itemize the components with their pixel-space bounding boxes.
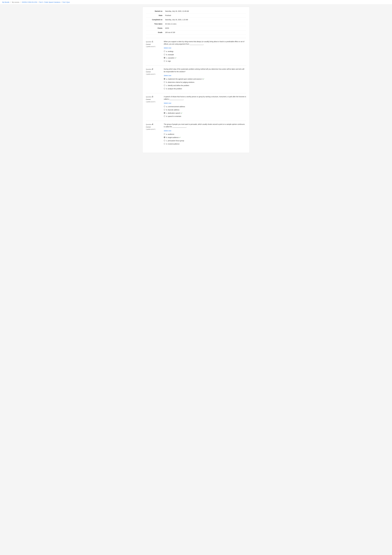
grade-label: Grade [146,30,164,35]
answer-option-3-d: d. speech to entertain [164,115,246,117]
breadcrumb: My Moodle / My courses / 2020SU COM-231-… [0,0,392,5]
question-sidebar-1: Question 1Correct1 points out of 1 [146,40,164,63]
question-block-1: Question 1Correct1 points out of 1When y… [146,38,246,66]
points-value: 20/20 [164,26,246,30]
question-number-2: Question 2 [146,68,162,71]
answer-option-2-c: c. identify and define the problem [164,84,246,87]
question-text-4: The group of people you most want to per… [164,123,246,128]
summary-table: Started on Saturday, July 18, 2020, 12:4… [146,9,246,35]
select-one-label-3: Select one: [164,102,246,104]
check-icon-4-b: ✔ [179,136,181,139]
question-points-1: 1 points out of 1 [146,46,162,48]
question-number-3: Question 3 [146,95,162,98]
radio-2-d [164,88,165,89]
completed-on-value: Saturday, July 18, 2020, 1:23 AM [164,18,246,22]
radio-1-a [164,51,165,52]
radio-4-d [164,143,165,145]
question-block-3: Question 3Correct1 points out of 1A spee… [146,93,246,121]
answer-option-3-a: a. commencement address [164,105,246,108]
breadcrumb-quiz[interactable]: Part 3 Quiz [63,1,70,3]
question-status-2: Correct [146,71,162,73]
radio-1-d [164,60,165,62]
select-one-label-1: Select one: [164,47,246,49]
answer-label-3-c: c. dedication speech [166,112,180,114]
answer-option-4-d: d. neutral audience [164,143,246,145]
select-one-label-2: Select one: [164,74,246,77]
radio-1-c [164,57,165,58]
question-status-1: Correct [146,43,162,45]
radio-3-b [164,109,165,110]
question-text-3: A speech of tribute that honors a worthy… [164,95,246,101]
question-points-3: 1 points out of 1 [146,101,162,103]
answer-label-2-b: b. determine criteria for judging soluti… [166,81,194,83]
question-number-1: Question 1 [146,40,162,43]
summary-row-time: Time taken 34 mins 11 secs [146,22,246,26]
check-icon-1-c: ✔ [175,57,177,59]
question-sidebar-2: Question 2Correct1 points out of 1 [146,68,164,91]
answer-label-1-a: a. analogy [166,50,173,53]
question-block-4: Question 4Correct1 points out of 1The gr… [146,121,246,148]
question-text-1: When you support a claim by citing event… [164,40,246,45]
answer-option-1-b: b. example [164,53,246,56]
answer-option-1-c: c. causation ✔ [164,57,246,59]
radio-4-a [164,133,165,135]
answer-option-3-c: c. dedication speech ✔ [164,112,246,114]
answer-option-4-a: a. audience [164,133,246,135]
time-taken-value: 34 mins 11 secs [164,22,246,26]
breadcrumb-course[interactable]: 2020SU COM-231-ZO4 [22,1,37,3]
radio-4-c [164,140,165,141]
time-taken-label: Time taken [146,22,164,26]
question-sidebar-4: Question 4Correct1 points out of 1 [146,123,164,146]
answer-option-2-d: d. analyze the problem [164,88,246,90]
radio-3-a [164,106,165,107]
question-content-4: The group of people you most want to per… [164,123,246,146]
started-on-value: Saturday, July 18, 2020, 12:49 AM [164,9,246,13]
answer-label-3-b: b. keynote address [166,109,179,111]
radio-1-b [164,54,165,55]
answer-label-3-a: a. commencement address [166,105,185,108]
summary-row-grade: Grade 100 out of 100 [146,30,246,35]
summary-row-completed: Completed on Saturday, July 18, 2020, 1:… [146,18,246,22]
answer-option-2-b: b. determine criteria for judging soluti… [164,81,246,83]
answer-label-4-c: c. persuasion focus group [166,139,184,142]
completed-on-label: Completed on [146,18,164,22]
question-content-1: When you support a claim by citing event… [164,40,246,63]
question-number-4: Question 4 [146,123,162,126]
answer-label-2-a: a. implement the agreed-upon solution an… [166,78,202,80]
select-one-label-4: Select one: [164,130,246,132]
answer-option-4-c: c. persuasion focus group [164,139,246,142]
answer-label-1-c: c. causation [166,57,175,59]
breadcrumb-part[interactable]: Part 3 - Public Speech Variations [39,1,60,3]
answer-option-2-a: a. implement the agreed-upon solution an… [164,78,246,80]
answer-label-4-b: b. target audience [166,136,179,139]
check-icon-2-a: ✔ [203,78,204,80]
question-points-4: 1 points out of 1 [146,128,162,130]
radio-2-b [164,81,165,83]
answer-label-1-d: d. sign [166,60,171,62]
radio-2-a [164,78,165,80]
state-label: State [146,13,164,18]
grade-value: 100 out of 100 [164,30,246,35]
answer-label-3-d: d. speech to entertain [166,115,181,117]
answer-label-2-c: c. identify and define the problem [166,84,189,87]
question-points-2: 1 points out of 1 [146,73,162,75]
answer-label-2-d: d. analyze the problem [166,88,182,90]
summary-row-started: Started on Saturday, July 18, 2020, 12:4… [146,9,246,13]
check-icon-3-c: ✔ [181,112,182,114]
answer-option-4-b: b. target audience ✔ [164,136,246,139]
state-value: Finished [164,13,246,18]
answer-option-1-d: d. sign [164,60,246,62]
main-content: Started on Saturday, July 18, 2020, 12:4… [143,7,249,153]
questions-container: Question 1Correct1 points out of 1When y… [146,38,246,148]
answer-label-4-a: a. audience [166,133,174,135]
summary-row-points: Points 20/20 [146,26,246,30]
radio-3-c [164,112,165,114]
radio-4-b [164,137,165,138]
question-content-2: During which step of the systematic prob… [164,68,246,91]
question-content-3: A speech of tribute that honors a worthy… [164,95,246,118]
points-label: Points [146,26,164,30]
question-status-4: Correct [146,126,162,128]
question-status-3: Correct [146,98,162,101]
breadcrumb-my-moodle[interactable]: My Moodle [2,1,9,3]
question-text-2: During which step of the systematic prob… [164,68,246,73]
